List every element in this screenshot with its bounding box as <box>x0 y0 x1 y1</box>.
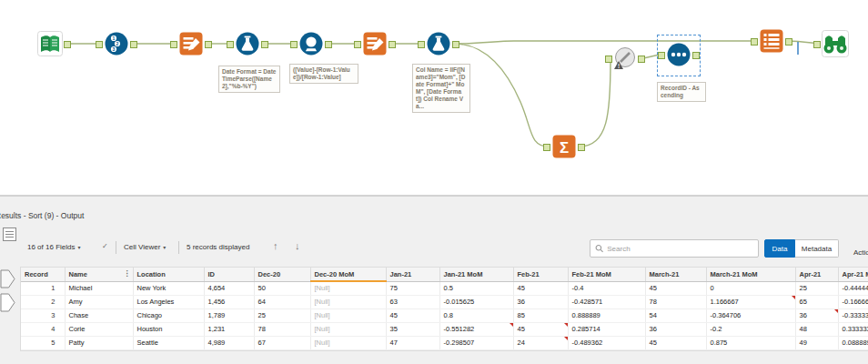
data-cell[interactable]: -0.444444 <box>838 281 868 295</box>
data-cell[interactable]: -0.489362 <box>568 336 645 349</box>
data-cell[interactable]: 54 <box>645 308 706 322</box>
data-cell[interactable]: 45 <box>513 281 568 295</box>
table-row[interactable]: 4CorieHouston1,23178[Null]35-0.551282450… <box>21 322 868 336</box>
data-cell[interactable]: -0.551282 <box>439 322 513 336</box>
data-cell[interactable]: -0.428571 <box>568 295 645 308</box>
data-cell[interactable]: -0.298507 <box>439 336 513 349</box>
record-number-cell[interactable]: 2 <box>21 295 65 308</box>
output-anchor-button[interactable] <box>0 293 15 316</box>
data-cell[interactable]: Seattle <box>133 336 204 349</box>
data-cell[interactable]: -0.4 <box>568 281 645 295</box>
column-header-location[interactable]: Location <box>133 268 204 281</box>
apply-check-icon[interactable]: ✓ <box>102 242 108 250</box>
column-header-name[interactable]: Name⋮ <box>65 268 133 281</box>
browse-tool[interactable] <box>821 29 850 58</box>
data-cell[interactable]: 25 <box>795 281 838 295</box>
data-cell[interactable]: 25 <box>254 308 310 322</box>
data-cell[interactable]: Chicago <box>133 308 204 322</box>
data-cell[interactable]: 0.888889 <box>568 308 645 322</box>
select-tool-1[interactable] <box>177 30 205 57</box>
data-cell[interactable]: 4,654 <box>204 281 254 295</box>
scroll-up-button[interactable]: ↑ <box>273 240 278 251</box>
data-cell[interactable]: 78 <box>254 322 310 336</box>
data-cell[interactable]: -0.333333 <box>838 308 868 322</box>
data-cell[interactable]: -0.364706 <box>706 308 795 322</box>
data-cell[interactable]: 47 <box>386 336 439 349</box>
data-cell[interactable]: 49 <box>795 336 838 349</box>
record-number-cell[interactable]: 5 <box>21 336 65 349</box>
data-cell[interactable]: 0.285714 <box>568 322 645 336</box>
column-header-feb-21[interactable]: Feb-21 <box>513 268 568 281</box>
data-cell[interactable]: [Null] <box>310 322 386 336</box>
sort-tool[interactable] <box>665 41 692 68</box>
column-header-record[interactable]: Record <box>21 268 65 281</box>
data-cell[interactable]: 36 <box>645 322 706 336</box>
column-menu-icon[interactable]: ⋮ <box>124 269 131 278</box>
column-header-march-21-mom[interactable]: March-21 MoM <box>706 268 795 281</box>
data-cell[interactable]: Houston <box>133 322 204 336</box>
data-cell[interactable]: 0.8 <box>439 308 513 322</box>
data-cell[interactable]: 0.333333 <box>838 322 868 336</box>
data-cell[interactable]: -0.015625 <box>439 295 513 308</box>
column-header-dec-20-mom[interactable]: Dec-20 MoM <box>310 268 386 281</box>
data-cell[interactable]: 78 <box>645 295 706 308</box>
fields-dropdown[interactable]: 16 of 16 Fields▾ <box>27 243 81 251</box>
data-cell[interactable]: Los Angeles <box>133 295 204 308</box>
data-cell[interactable]: Corie <box>65 322 133 336</box>
scroll-down-button[interactable]: ↓ <box>295 240 300 251</box>
data-cell[interactable]: [Null] <box>310 308 386 322</box>
record-id-tool[interactable]: 1 2 3 <box>103 30 130 57</box>
data-cell[interactable]: 0.088889 <box>838 336 868 349</box>
data-cell[interactable]: 1,789 <box>204 308 254 322</box>
data-cell[interactable]: 0 <box>706 281 795 295</box>
data-cell[interactable]: [Null] <box>310 281 386 295</box>
multi-row-formula-tool[interactable] <box>298 30 325 57</box>
column-header-jan-21-mom[interactable]: Jan-21 MoM <box>439 268 513 281</box>
input-data-tool[interactable] <box>36 30 64 57</box>
column-header-march-21[interactable]: March-21 <box>645 268 706 281</box>
column-header-feb-21-mom[interactable]: Feb-21 MoM <box>568 268 645 281</box>
table-row[interactable]: 3ChaseChicago1,78925[Null]450.8850.88888… <box>21 308 868 322</box>
data-cell[interactable]: 63 <box>386 295 439 308</box>
data-cell[interactable]: 1,231 <box>204 322 254 336</box>
select-tool-2[interactable] <box>361 30 389 57</box>
data-cell[interactable]: 4,989 <box>204 336 254 349</box>
data-cell[interactable]: New York <box>133 281 204 295</box>
data-cell[interactable]: 1,456 <box>204 295 254 308</box>
data-tab-button[interactable]: Data <box>764 239 795 258</box>
data-cell[interactable]: 48 <box>795 322 838 336</box>
table-row[interactable]: 2AmyLos Angeles1,45664[Null]63-0.0156253… <box>21 295 868 308</box>
actions-menu-button[interactable]: Actions <box>853 243 868 261</box>
column-header-apr-21-mom[interactable]: Apr-21 MoM <box>838 268 868 281</box>
data-cell[interactable]: 0.5 <box>439 281 513 295</box>
input-anchor-button[interactable] <box>0 269 15 292</box>
data-cell[interactable]: 50 <box>254 281 310 295</box>
formula-tool-1[interactable] <box>234 30 261 57</box>
cell-viewer-dropdown[interactable]: Cell Viewer▾ <box>124 243 166 251</box>
formula-tool-2[interactable] <box>425 30 452 57</box>
column-header-apr-21[interactable]: Apr-21 <box>795 268 838 281</box>
record-number-cell[interactable]: 4 <box>21 322 65 336</box>
column-header-id[interactable]: ID <box>204 268 254 281</box>
data-cell[interactable]: -0.2 <box>706 322 795 336</box>
summarize-tool[interactable]: Σ <box>550 133 578 160</box>
data-cell[interactable]: [Null] <box>310 336 386 349</box>
table-row[interactable]: 5PattySeattle4,98967[Null]47-0.29850724-… <box>21 336 868 349</box>
data-cell[interactable]: 0.875 <box>706 336 795 349</box>
data-cell[interactable]: 75 <box>386 281 439 295</box>
record-number-cell[interactable]: 3 <box>21 308 65 322</box>
metadata-tab-button[interactable]: Metadata <box>795 239 839 258</box>
data-cell[interactable]: 67 <box>254 336 310 349</box>
data-cell[interactable]: Patty <box>65 336 133 349</box>
data-cell[interactable]: 45 <box>645 281 706 295</box>
cross-tab-tool[interactable] <box>758 27 785 55</box>
data-cell[interactable]: 45 <box>513 322 568 336</box>
data-cell[interactable]: Amy <box>65 295 133 308</box>
data-cell[interactable]: 1.166667 <box>706 295 795 308</box>
data-cell[interactable]: 45 <box>386 308 439 322</box>
data-cell[interactable]: 45 <box>645 336 706 349</box>
workflow-canvas[interactable]: 1 2 3 <box>0 0 868 196</box>
data-cell[interactable]: Michael <box>65 281 133 295</box>
data-cell[interactable]: 65 <box>795 295 838 308</box>
data-cell[interactable]: 85 <box>513 308 568 322</box>
